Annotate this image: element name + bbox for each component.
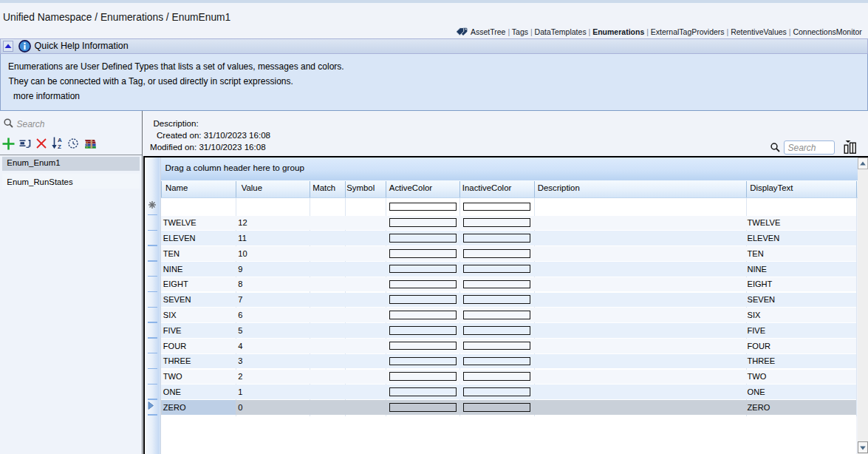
svg-text:A: A: [58, 137, 62, 143]
svg-text:Z: Z: [58, 143, 61, 149]
